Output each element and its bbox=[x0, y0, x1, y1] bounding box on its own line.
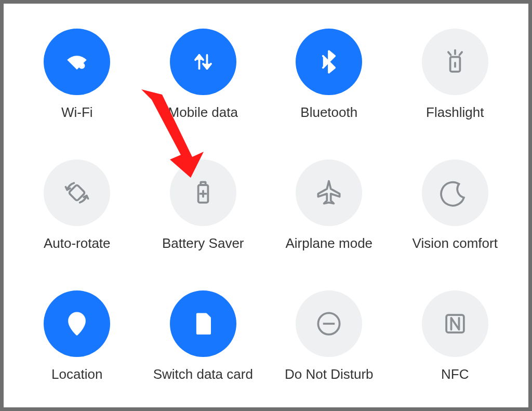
quick-settings-panel: ? Wi-Fi Mobile data Bluetooth bbox=[0, 0, 532, 411]
tile-label: Location bbox=[51, 366, 102, 382]
svg-point-12 bbox=[74, 318, 80, 324]
tile-location[interactable]: Location bbox=[14, 271, 140, 402]
auto-rotate-icon bbox=[44, 160, 110, 226]
tile-label: Airplane mode bbox=[285, 235, 373, 251]
switch-data-card-icon: 2 bbox=[170, 290, 236, 357]
svg-text:2: 2 bbox=[201, 319, 206, 330]
tile-do-not-disturb[interactable]: Do Not Disturb bbox=[266, 271, 392, 402]
tile-flashlight[interactable]: Flashlight bbox=[392, 9, 518, 140]
tile-label: Switch data card bbox=[153, 366, 253, 382]
flashlight-icon bbox=[422, 29, 488, 95]
do-not-disturb-icon bbox=[296, 290, 362, 357]
airplane-mode-icon bbox=[296, 160, 362, 226]
tile-label: Bluetooth bbox=[300, 104, 357, 121]
svg-rect-9 bbox=[201, 182, 205, 185]
quick-settings-grid: ? Wi-Fi Mobile data Bluetooth bbox=[4, 4, 528, 407]
svg-line-6 bbox=[459, 52, 462, 55]
svg-line-5 bbox=[448, 52, 451, 55]
tile-label: NFC bbox=[441, 366, 469, 382]
tile-switch-data-card[interactable]: 2 Switch data card bbox=[140, 271, 267, 402]
tile-nfc[interactable]: NFC bbox=[392, 271, 518, 402]
battery-saver-icon bbox=[170, 160, 236, 226]
tile-mobile-data[interactable]: Mobile data bbox=[140, 9, 267, 140]
tile-label: Mobile data bbox=[168, 104, 238, 121]
tile-bluetooth[interactable]: Bluetooth bbox=[266, 9, 392, 140]
mobile-data-icon bbox=[170, 29, 236, 95]
tile-auto-rotate[interactable]: Auto-rotate bbox=[14, 140, 140, 271]
svg-text:?: ? bbox=[81, 63, 83, 69]
tile-wifi[interactable]: ? Wi-Fi bbox=[14, 9, 140, 140]
tile-label: Battery Saver bbox=[162, 235, 244, 251]
vision-comfort-icon bbox=[422, 160, 488, 226]
location-icon bbox=[44, 290, 110, 357]
wifi-icon: ? bbox=[44, 29, 110, 95]
tile-label: Vision comfort bbox=[413, 235, 498, 251]
tile-airplane-mode[interactable]: Airplane mode bbox=[266, 140, 392, 271]
nfc-icon bbox=[422, 290, 488, 357]
tile-label: Auto-rotate bbox=[44, 235, 111, 251]
tile-label: Do Not Disturb bbox=[285, 366, 374, 382]
bluetooth-icon bbox=[296, 29, 362, 95]
tile-battery-saver[interactable]: Battery Saver bbox=[140, 140, 267, 271]
svg-rect-7 bbox=[69, 184, 85, 201]
tile-label: Flashlight bbox=[426, 104, 484, 121]
tile-label: Wi-Fi bbox=[61, 104, 93, 121]
tile-vision-comfort[interactable]: Vision comfort bbox=[392, 140, 518, 271]
